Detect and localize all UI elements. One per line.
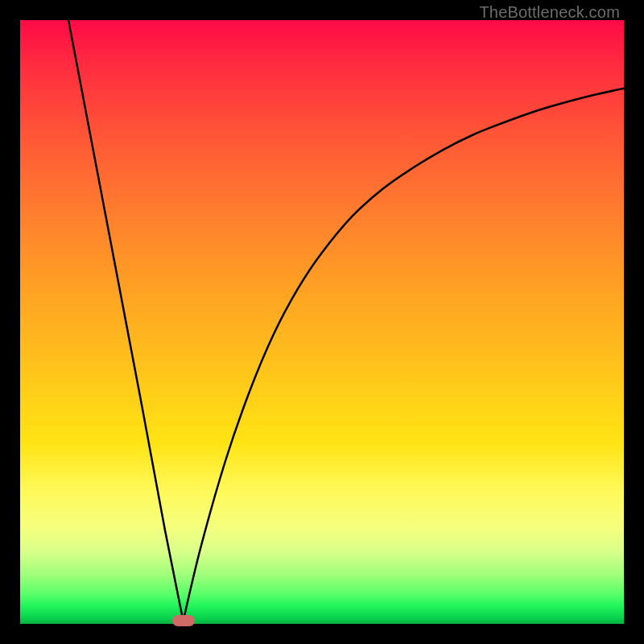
optimum-marker	[172, 615, 195, 626]
bottleneck-curve	[20, 20, 624, 624]
watermark-text: TheBottleneck.com	[479, 3, 620, 22]
chart-frame	[20, 20, 624, 624]
